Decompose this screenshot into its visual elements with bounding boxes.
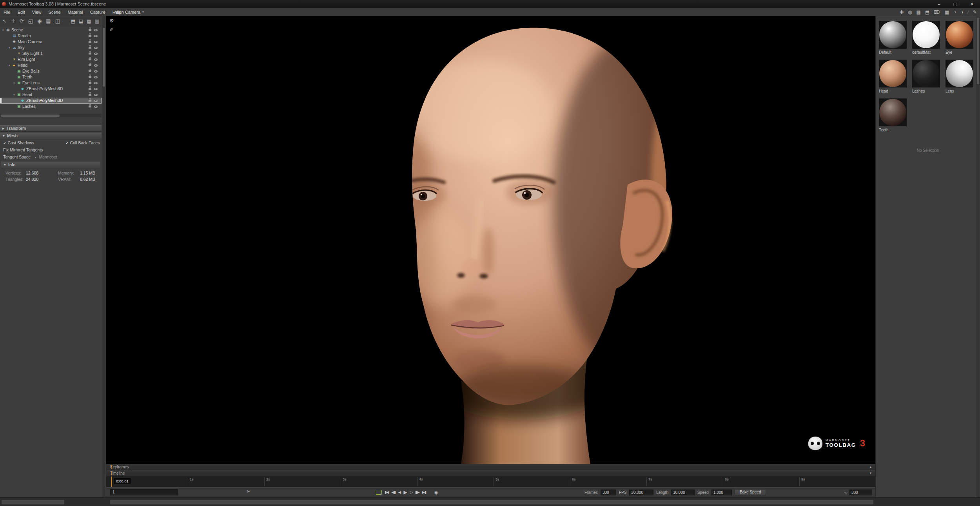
tree-horizontal-scrollbar[interactable] bbox=[0, 114, 102, 117]
tree-item-eye-balls[interactable]: ▣ Eye Balls bbox=[0, 68, 102, 74]
step-back-button[interactable]: ◀ bbox=[398, 488, 401, 497]
eye-icon[interactable] bbox=[94, 100, 98, 102]
menu-material[interactable]: Material bbox=[64, 8, 87, 16]
lock-icon[interactable] bbox=[89, 100, 91, 102]
timeline-bar[interactable]: Timeline ▼ bbox=[106, 470, 875, 477]
checker-icon[interactable]: ▩ bbox=[916, 8, 920, 16]
eye-icon[interactable] bbox=[94, 76, 98, 78]
lock-icon[interactable] bbox=[89, 58, 91, 60]
gear-icon[interactable]: ⚙ bbox=[109, 18, 114, 24]
camera-selector[interactable]: Main Camera ▾ bbox=[114, 8, 144, 16]
mirror-icon[interactable]: ◫ bbox=[55, 18, 60, 24]
scrollbar-thumb[interactable] bbox=[2, 500, 64, 504]
lock-icon[interactable] bbox=[89, 88, 91, 90]
scale-icon[interactable]: ◱ bbox=[28, 18, 33, 24]
pivot-icon[interactable]: ◉ bbox=[37, 18, 42, 24]
material-defaultmat[interactable]: defaultMat bbox=[912, 21, 944, 55]
scrollbar-thumb[interactable] bbox=[1, 115, 60, 117]
scrollbar-thumb[interactable] bbox=[103, 28, 105, 87]
fps-field[interactable]: 30.000 bbox=[629, 490, 653, 495]
eye-icon[interactable] bbox=[94, 94, 98, 96]
lock-icon[interactable] bbox=[89, 64, 91, 66]
step-forward-button[interactable]: ▷ bbox=[410, 488, 412, 497]
add-icon[interactable]: ✚ bbox=[900, 8, 904, 16]
tree-item-sky[interactable]: ▾ ☁ Sky bbox=[0, 45, 102, 51]
move-icon[interactable]: ✛ bbox=[11, 18, 15, 24]
render-sphere-icon[interactable]: ◑ bbox=[961, 8, 964, 16]
expand-arrow-icon[interactable]: ▾ bbox=[9, 62, 13, 68]
bake-speed-button[interactable]: Bake Speed bbox=[735, 489, 766, 495]
lock-icon[interactable] bbox=[89, 35, 91, 37]
tree-item-eye-lens[interactable]: ▾ ▣ Eye Lens bbox=[0, 80, 102, 86]
tree-item-scene[interactable]: ▾ ▦ Scene bbox=[0, 27, 102, 33]
eye-icon[interactable] bbox=[94, 64, 98, 67]
grid-icon[interactable]: ▦ bbox=[945, 8, 949, 16]
close-button[interactable]: ✕ bbox=[964, 0, 980, 8]
import-icon[interactable]: ▤ bbox=[87, 18, 91, 24]
length-field[interactable]: 10.000 bbox=[671, 490, 695, 495]
folder-icon[interactable]: ⬒ bbox=[925, 8, 929, 16]
tangent-space-dropdown[interactable]: Tangent Space ▾ Marmoset bbox=[3, 153, 57, 161]
chevron-down-icon[interactable]: ▼ bbox=[869, 470, 872, 477]
cast-shadows-checkbox[interactable]: ✓Cast Shadows bbox=[3, 139, 34, 147]
grid-icon[interactable]: ▦ bbox=[46, 18, 51, 24]
eye-icon[interactable] bbox=[94, 29, 98, 31]
lock-icon[interactable] bbox=[89, 106, 91, 107]
next-keyframe-button[interactable]: ▮▶ bbox=[415, 488, 419, 497]
tree-item-lashes[interactable]: ▣ Lashes bbox=[0, 104, 102, 109]
tree-item-render[interactable]: ▤ Render bbox=[0, 33, 102, 39]
menu-view[interactable]: View bbox=[29, 8, 45, 16]
eye-icon[interactable] bbox=[94, 88, 98, 90]
eye-icon[interactable] bbox=[94, 53, 98, 55]
library-panel-scrollbar[interactable] bbox=[976, 16, 980, 497]
tree-item-teeth[interactable]: ▣ Teeth bbox=[0, 74, 102, 80]
lock-icon[interactable] bbox=[89, 70, 91, 72]
end-frame-field[interactable]: 300 bbox=[849, 490, 872, 495]
tree-item-main-camera[interactable]: ◉ Main Camera bbox=[0, 39, 102, 45]
3d-viewport[interactable]: ⚙ ✐ MARMOSET TOOLBAG 3 bbox=[106, 16, 875, 464]
lock-icon[interactable] bbox=[89, 29, 91, 31]
delete-icon[interactable]: ⌦ bbox=[934, 8, 940, 16]
eye-icon[interactable] bbox=[94, 70, 98, 73]
eye-icon[interactable] bbox=[94, 47, 98, 49]
expand-arrow-icon[interactable]: ▾ bbox=[13, 80, 17, 86]
material-default[interactable]: Default bbox=[879, 21, 910, 55]
eye-icon[interactable] bbox=[94, 82, 98, 84]
link-icon[interactable]: ∞ bbox=[844, 490, 848, 495]
play-button[interactable]: ▶ bbox=[403, 488, 407, 497]
tree-item-head-folder[interactable]: ▾ ▰ Head bbox=[0, 62, 102, 68]
playhead[interactable] bbox=[111, 477, 112, 487]
speed-field[interactable]: 1.000 bbox=[711, 490, 732, 495]
go-to-start-button[interactable]: ▮◀ bbox=[385, 488, 389, 497]
transform-section-header[interactable]: ▶ Transform bbox=[0, 125, 102, 132]
lock-icon[interactable] bbox=[89, 82, 91, 84]
tree-item-zbrushpolymesh3d-1[interactable]: ◆ ZBrushPolyMesh3D bbox=[0, 86, 102, 92]
lock-icon[interactable] bbox=[89, 41, 91, 43]
material-sphere-icon[interactable]: ◍ bbox=[908, 8, 912, 16]
material-lens[interactable]: Lens bbox=[946, 60, 977, 93]
menu-file[interactable]: File bbox=[0, 8, 14, 16]
maximize-button[interactable]: ▢ bbox=[947, 0, 964, 8]
chevron-up-icon[interactable]: ▲ bbox=[869, 464, 872, 470]
loop-playback-button[interactable]: ◉ bbox=[434, 488, 438, 497]
eye-icon[interactable] bbox=[94, 58, 98, 61]
paint-icon[interactable]: ◔ bbox=[953, 8, 956, 16]
brush-icon[interactable]: ✐ bbox=[109, 27, 114, 33]
material-teeth[interactable]: Teeth bbox=[879, 98, 910, 132]
info-section-header[interactable]: ▼ Info bbox=[1, 162, 100, 168]
folder-icon[interactable]: ⬒ bbox=[71, 18, 75, 24]
edit-icon[interactable]: ✎ bbox=[973, 8, 977, 16]
eye-icon[interactable] bbox=[94, 35, 98, 37]
scrollbar-thumb[interactable] bbox=[110, 500, 873, 504]
menu-capture[interactable]: Capture bbox=[87, 8, 109, 16]
menu-scene[interactable]: Scene bbox=[45, 8, 64, 16]
tree-item-sky-light-1[interactable]: ☀ Sky Light 1 bbox=[0, 51, 102, 56]
lock-icon[interactable] bbox=[89, 47, 91, 49]
current-frame-field[interactable]: 1 bbox=[110, 489, 178, 495]
eye-icon[interactable] bbox=[94, 106, 98, 108]
tree-item-zbrushpolymesh3d-2-selected[interactable]: ◆ ZBrushPolyMesh3D bbox=[0, 98, 102, 104]
minimize-button[interactable]: – bbox=[931, 0, 947, 8]
loop-region-button[interactable] bbox=[376, 490, 382, 495]
lock-icon[interactable] bbox=[89, 94, 91, 96]
keyframes-bar[interactable]: Keyframes ▲ bbox=[106, 464, 875, 470]
